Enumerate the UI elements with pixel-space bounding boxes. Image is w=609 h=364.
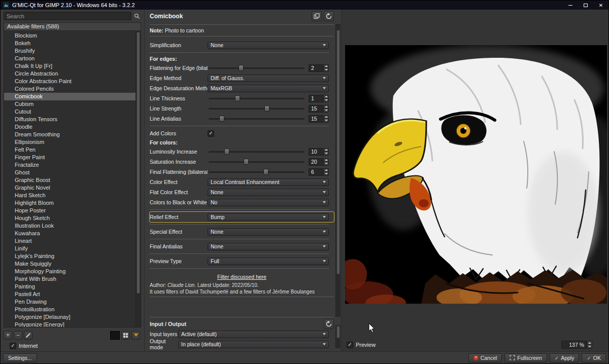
filter-item[interactable]: Hough Sketch [4,214,141,222]
filter-item[interactable]: Finger Paint [4,154,141,161]
filter-item[interactable]: Hard Sketch [4,192,141,199]
filter-item[interactable]: Graphic Boost [4,176,141,184]
spin-up-button[interactable] [323,168,329,172]
filter-item[interactable]: Color Abstraction Paint [4,78,141,85]
io-reset-button[interactable] [324,319,334,329]
filter-item[interactable]: Polygonize [Energy] [4,321,141,327]
rename-fave-button[interactable] [24,331,32,340]
spin-down-button[interactable] [323,119,329,123]
spin-down-button[interactable] [323,172,329,176]
settings-button[interactable]: Settings... [3,353,37,362]
filter-item[interactable]: Make Squiggly [4,260,141,268]
select[interactable]: Diff. of Gauss. [208,75,329,82]
spin-up-button[interactable] [323,115,329,119]
slider[interactable] [209,161,304,163]
spin-value[interactable]: 15 [309,105,323,113]
preview-checkbox[interactable] [347,342,353,348]
filter-item[interactable]: Kuwahara [4,230,141,237]
filter-item[interactable]: Pen Drawing [4,298,141,306]
zoom-in-button[interactable] [587,341,592,345]
filter-item[interactable]: Lylejk's Painting [4,252,141,260]
filter-item[interactable]: Circle Abstraction [4,70,141,78]
filter-item[interactable]: Painting [4,283,141,290]
reset-filter-button[interactable] [324,11,334,21]
filter-item[interactable]: Illustration Look [4,222,141,230]
select[interactable]: No [208,199,329,206]
select[interactable]: None [208,243,329,250]
filter-item[interactable]: Cubism [4,100,141,108]
slider[interactable] [209,171,304,173]
spin-down-button[interactable] [323,68,329,72]
select[interactable]: None [208,189,329,196]
filter-list-scrollbar[interactable] [136,31,141,327]
filter-item[interactable]: Lineart [4,237,141,245]
cancel-button[interactable]: Cancel [468,353,502,362]
slider[interactable] [209,98,304,99]
search-input[interactable] [4,12,131,20]
spin-down-button[interactable] [323,162,329,166]
params-scrollbar[interactable] [335,24,341,317]
filter-item[interactable]: Comicbook [4,93,141,100]
spin-value[interactable]: 1 [309,95,323,102]
remove-fave-button[interactable] [14,331,22,340]
spin-up-button[interactable] [323,158,329,162]
spin-value[interactable]: 20 [309,158,323,166]
slider-handle[interactable] [244,159,249,165]
scrollbar-thumb[interactable] [336,326,340,338]
spin-up-button[interactable] [323,95,329,98]
input-layers-select[interactable]: Active (default) [178,331,329,338]
internet-checkbox[interactable] [10,343,16,349]
filter-item[interactable]: Highlight Bloom [4,199,141,207]
filter-item[interactable]: Paint With Brush [4,275,141,283]
filter-item[interactable]: Colored Pencils [4,85,141,93]
spin-value[interactable]: 2 [309,64,323,72]
filter-item[interactable]: Diffusion Tensors [4,116,141,123]
filter-item[interactable]: Polygonize [Delaunay] [4,313,141,321]
slider[interactable] [209,67,304,69]
slider-handle[interactable] [224,149,229,155]
search-icon[interactable] [133,12,141,20]
ok-button[interactable]: OK [582,353,606,362]
scroll-to-selection-button[interactable] [131,331,140,340]
close-button[interactable] [593,1,608,10]
spin-up-button[interactable] [323,64,329,68]
filter-item[interactable]: Fractalize [4,161,141,169]
select[interactable]: MaxRGB [208,85,329,92]
filter-discussion-link[interactable]: Filter discussed here [217,274,266,280]
filter-item[interactable]: Felt Pen [4,146,141,154]
slider[interactable] [209,108,304,110]
filters-header[interactable]: Available filters (588) [4,23,141,31]
spin-value[interactable]: 6 [309,168,323,176]
slider-handle[interactable] [235,95,240,101]
filter-item[interactable]: Doodle [4,123,141,131]
spin-up-button[interactable] [323,148,329,152]
copy-parameters-button[interactable] [312,11,322,21]
scrollbar-thumb[interactable] [137,32,140,294]
maximize-button[interactable] [578,1,593,10]
filter-item[interactable]: Dream Smoothing [4,131,141,138]
filter-item[interactable]: Photoillustration [4,306,141,313]
filter-item[interactable]: Brushify [4,47,141,55]
filter-item[interactable]: Ghost [4,169,141,176]
preview-image[interactable] [345,45,607,304]
spin-down-button[interactable] [323,98,329,102]
scrollbar-thumb[interactable] [336,30,340,274]
filter-item[interactable]: Cutout [4,108,141,116]
spin-value[interactable]: 10 [309,148,323,156]
select[interactable]: None [208,42,329,49]
spin-up-button[interactable] [323,105,329,108]
filter-item[interactable]: Blockism [4,32,141,40]
slider[interactable] [209,151,304,153]
minimize-button[interactable] [563,1,578,10]
spin-down-button[interactable] [323,152,329,156]
filter-item[interactable]: Ellipsionism [4,138,141,146]
fullscreen-button[interactable]: Fullscreen [504,353,547,362]
spin-value[interactable]: 15 [309,115,323,123]
filter-item[interactable]: Bokeh [4,40,141,47]
spin-down-button[interactable] [323,108,329,113]
select[interactable]: Bump [208,213,329,221]
slider-handle[interactable] [264,105,269,112]
slider[interactable] [209,118,304,120]
zoom-value[interactable]: 137 % [561,341,587,349]
filter-item[interactable]: Morphology Painting [4,268,141,275]
